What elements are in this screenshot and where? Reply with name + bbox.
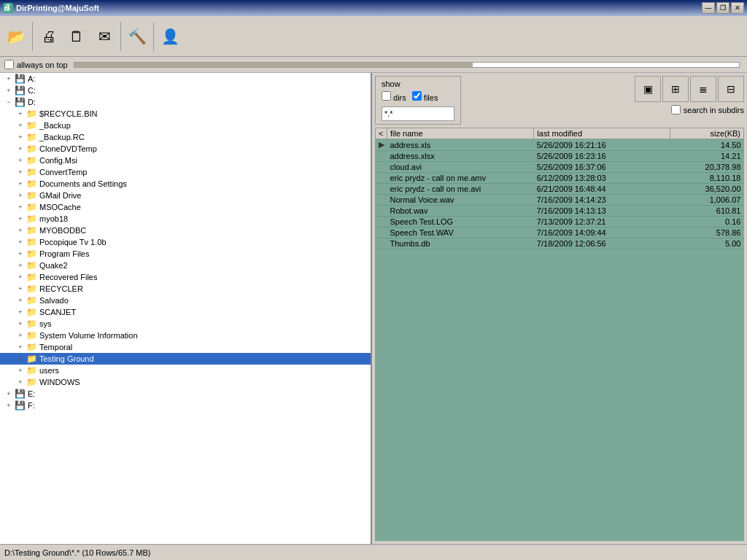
tree-item-testing-ground[interactable]: +📁Testing Ground [0,353,371,365]
tree-container: +💾A:+💾C:−💾D:+📁$RECYCLE.BIN+📁_Backup+📁_Ba… [0,73,371,411]
view-list[interactable]: ≣ [690,76,716,102]
files-checkbox[interactable] [412,91,422,101]
expander-recycle-bin[interactable]: + [15,108,26,120]
folder-icon-docs-settings: 📁 [26,179,37,189]
expander-system-volume[interactable]: + [15,330,26,341]
expander-testing-ground[interactable]: + [15,353,26,365]
tree-item-a-drive[interactable]: +💾A: [0,73,371,85]
expander-f-drive[interactable]: + [3,400,15,411]
tree-item-system-volume[interactable]: +📁System Volume Information [0,330,371,341]
expander-recovered-files[interactable]: + [15,271,26,283]
expander-pocopique[interactable]: + [15,236,26,248]
print-email-button[interactable]: ✉ [91,19,117,54]
expander-c-drive[interactable]: + [3,85,15,96]
expander-e-drive[interactable]: + [3,388,15,400]
tree-item-clonedvdtemp[interactable]: +📁CloneDVDTemp [0,143,371,155]
expander-docs-settings[interactable]: + [15,178,26,190]
expander-a-drive[interactable]: + [3,73,15,85]
tree-item-config-msi[interactable]: +📁Config.Msi [0,155,371,166]
view-detail[interactable]: ⊟ [718,76,744,102]
tree-item-recycle-bin[interactable]: +📁$RECYCLE.BIN [0,108,371,120]
expander-clonedvdtemp[interactable]: + [15,143,26,155]
view-large-icon[interactable]: ▣ [635,76,661,102]
expander-myobodbc[interactable]: + [15,225,26,236]
expander-backup-rc[interactable]: + [15,131,26,143]
tree-item-windows[interactable]: +📁WINDOWS [0,376,371,388]
expander-recycler[interactable]: + [15,283,26,295]
tree-item-msocache[interactable]: +📁MSOCache [0,201,371,213]
file-row-2[interactable]: cloud.avi5/26/2009 16:37:0620,378.98 [376,162,744,173]
expander-gmail-drive[interactable]: + [15,190,26,201]
tree-item-backup[interactable]: +📁_Backup [0,120,371,131]
file-row-8[interactable]: Speech Test.WAV7/16/2009 14:09:44578.86 [376,228,744,238]
tree-item-gmail-drive[interactable]: +📁GMail Drive [0,190,371,201]
tree-item-converttemp[interactable]: +📁ConvertTemp [0,166,371,178]
file-row-4[interactable]: eric prydz - call on me.avi6/21/2009 16:… [376,184,744,195]
tree-item-sys[interactable]: +📁sys [0,318,371,330]
tree-item-recovered-files[interactable]: +📁Recovered Files [0,271,371,283]
tree-item-program-files[interactable]: +📁Program Files [0,248,371,260]
print-options-button[interactable]: 🗒 [63,19,90,54]
expander-quake2[interactable]: + [15,260,26,271]
expander-salvado[interactable]: + [15,295,26,306]
user-button[interactable]: 👤 [157,19,183,54]
open-folder-button[interactable]: 📂 [3,19,29,54]
file-list-container[interactable]: <file namelast modifiedsize(KB) ▶address… [375,128,744,541]
col-header-indicator[interactable]: < [376,128,387,139]
search-subdirs-label: search in subdirs [684,106,744,114]
tree-item-myobodbc[interactable]: +📁MYOBODBC [0,225,371,236]
file-row-5[interactable]: Normal Voice.wav7/16/2009 14:14:231,006.… [376,195,744,206]
tree-item-backup-rc[interactable]: +📁_Backup.RC [0,131,371,143]
minimize-button[interactable]: — [702,2,715,14]
col-header-modified[interactable]: last modified [534,128,670,139]
folder-icon-myobodbc: 📁 [26,225,37,236]
expander-config-msi[interactable]: + [15,155,26,166]
expander-users[interactable]: + [15,365,26,376]
expander-program-files[interactable]: + [15,248,26,260]
close-button[interactable]: ✕ [731,2,744,14]
filter-input[interactable] [382,106,454,121]
expander-scanjet[interactable]: + [15,306,26,318]
expander-msocache[interactable]: + [15,201,26,213]
tree-item-myob18[interactable]: +📁myob18 [0,213,371,225]
file-row-6[interactable]: Robot.wav7/16/2009 14:13:13610.81 [376,206,744,217]
expander-d-drive[interactable]: − [3,96,15,108]
tree-item-temporal[interactable]: +📁Temporal [0,341,371,353]
expander-sys[interactable]: + [15,318,26,330]
tree-item-scanjet[interactable]: +📁SCANJET [0,306,371,318]
file-list: <file namelast modifiedsize(KB) ▶address… [375,128,744,249]
print-button[interactable]: 🖨 [36,19,62,54]
file-row-9[interactable]: Thumbs.db7/18/2009 12:06:565.00 [376,238,744,249]
tree-item-salvado[interactable]: +📁Salvado [0,295,371,306]
tree-label-temporal: Temporal [39,343,72,351]
tree-item-c-drive[interactable]: +💾C: [0,85,371,96]
files-option[interactable]: files [412,91,438,102]
file-row-7[interactable]: Speech Test.LOG7/13/2009 12:37:210.16 [376,217,744,228]
alwaysontop-checkbox[interactable] [4,60,14,69]
tree-item-docs-settings[interactable]: +📁Documents and Settings [0,178,371,190]
dirs-option[interactable]: dirs [382,91,406,102]
expander-myob18[interactable]: + [15,213,26,225]
expander-temporal[interactable]: + [15,341,26,353]
expander-backup[interactable]: + [15,120,26,131]
tree-item-d-drive[interactable]: −💾D: [0,96,371,108]
search-subdirs-checkbox[interactable] [671,105,681,114]
file-row-0[interactable]: ▶address.xls5/26/2009 16:21:1614.50 [376,139,744,151]
maximize-button[interactable]: ❐ [716,2,729,14]
dirs-checkbox[interactable] [382,91,391,101]
tree-item-users[interactable]: +📁users [0,365,371,376]
tree-item-e-drive[interactable]: +💾E: [0,388,371,400]
file-row-3[interactable]: eric prydz - call on me.amv6/12/2009 13:… [376,173,744,184]
tree-item-pocopique[interactable]: +📁Pocopique Tv 1.0b [0,236,371,248]
col-header-size[interactable]: size(KB) [670,128,744,139]
tree-item-f-drive[interactable]: +💾F: [0,400,371,411]
expander-converttemp[interactable]: + [15,166,26,178]
expander-windows[interactable]: + [15,376,26,388]
tools-button[interactable]: 🔨 [124,19,150,54]
view-small-icon[interactable]: ⊞ [662,76,689,102]
tree-item-quake2[interactable]: +📁Quake2 [0,260,371,271]
folder-tree[interactable]: +💾A:+💾C:−💾D:+📁$RECYCLE.BIN+📁_Backup+📁_Ba… [0,73,372,544]
tree-item-recycler[interactable]: +📁RECYCLER [0,283,371,295]
file-row-1[interactable]: address.xlsx5/26/2009 16:23:1614.21 [376,151,744,162]
col-header-filename[interactable]: file name [387,128,534,139]
